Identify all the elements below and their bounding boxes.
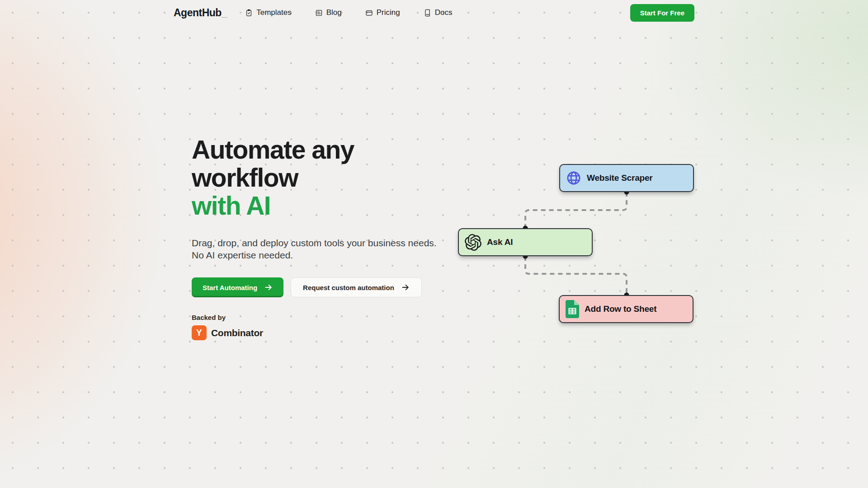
workflow-node-ask-ai[interactable]: Ask AI [458, 228, 593, 256]
connector-askai-to-sheet [525, 256, 627, 295]
landing-page: AgentHub_ Templates [0, 0, 868, 488]
workflow-node-website-scraper[interactable]: Website Scraper [559, 164, 694, 192]
workflow-node-add-row-to-sheet[interactable]: Add Row to Sheet [559, 295, 693, 323]
workflow-canvas: Website Scraper Ask AI [0, 0, 868, 488]
globe-icon [566, 170, 581, 186]
google-sheets-icon [566, 300, 579, 318]
node-label: Add Row to Sheet [585, 304, 656, 314]
node-label: Website Scraper [587, 173, 653, 183]
openai-icon [465, 234, 481, 251]
workflow-connectors [0, 0, 868, 488]
node-label: Ask AI [487, 237, 513, 247]
connector-scraper-to-askai [525, 192, 627, 228]
